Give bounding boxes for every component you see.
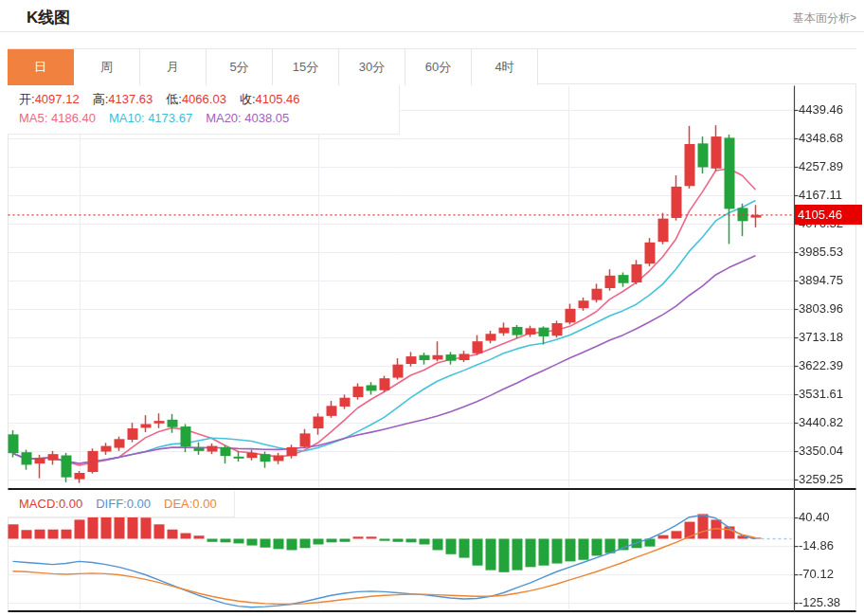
ohlc-item: 开:4097.12 [19, 92, 80, 106]
y-axis-tick-label: 4348.68 [799, 131, 859, 145]
y-axis-tick-label: -14.86 [799, 538, 859, 553]
tab-4时[interactable]: 4时 [472, 49, 538, 85]
macd-legend-item: DEA:0.00 [164, 497, 217, 511]
macd-legend-item: DIFF:0.00 [96, 497, 151, 511]
ma-item: MA10: 4173.67 [109, 111, 192, 125]
y-axis-tick-label: 3531.61 [799, 387, 859, 401]
ohlc-item: 高:4137.63 [93, 92, 153, 106]
ohlc-item: 收:4105.46 [240, 92, 300, 106]
tab-日[interactable]: 日 [8, 49, 74, 85]
ma-values-row: MA5: 4186.40MA10: 4173.67MA20: 4038.05 [19, 111, 302, 125]
y-axis-tick-label: 3622.39 [799, 358, 859, 372]
y-axis-tick-label: 4439.46 [799, 102, 859, 117]
tab-15分[interactable]: 15分 [273, 49, 339, 85]
tab-5分[interactable]: 5分 [207, 49, 273, 85]
y-axis-tick-label: 3985.53 [799, 245, 859, 259]
y-axis-tick-label: 4257.89 [799, 159, 859, 173]
tab-30分[interactable]: 30分 [339, 49, 405, 85]
y-axis-tick-label: 40.40 [799, 510, 859, 524]
tab-周[interactable]: 周 [74, 49, 140, 85]
ohlc-row: 开:4097.12高:4137.63低:4066.03收:4105.46 [19, 91, 314, 108]
macd-legend-item: MACD:0.00 [19, 497, 82, 511]
y-axis-tick-label: 3259.25 [799, 472, 859, 486]
tab-60分[interactable]: 60分 [405, 49, 472, 85]
period-tab-bar: 日周月5分15分30分60分4时 [8, 48, 856, 84]
last-price-badge: 4105.46 [795, 205, 862, 225]
y-axis-tick-label: -70.12 [799, 567, 859, 581]
y-axis-tick-label: 3350.04 [799, 444, 859, 458]
y-axis-tick-label: 3894.75 [799, 273, 859, 287]
ma-item: MA5: 4186.40 [19, 111, 96, 125]
macd-legend: MACD:0.00DIFF:0.00DEA:0.00 [8, 491, 235, 517]
y-axis-tick-label: 4167.11 [799, 188, 859, 202]
ohlc-info-box: 开:4097.12高:4137.63低:4066.03收:4105.46 MA5… [8, 85, 400, 135]
tab-月[interactable]: 月 [140, 49, 207, 85]
y-axis-tick-label: 3713.18 [799, 330, 859, 344]
kline-app: K线图 基本面分析> 日周月5分15分30分60分4时 开:4097.12高:4… [0, 0, 864, 616]
ma-item: MA20: 4038.05 [206, 111, 289, 125]
y-axis-tick-label: 3440.82 [799, 415, 859, 429]
y-axis-tick-label: 3803.96 [799, 301, 859, 316]
y-axis-tick-label: -125.38 [799, 595, 859, 609]
ohlc-item: 低:4066.03 [166, 92, 226, 106]
